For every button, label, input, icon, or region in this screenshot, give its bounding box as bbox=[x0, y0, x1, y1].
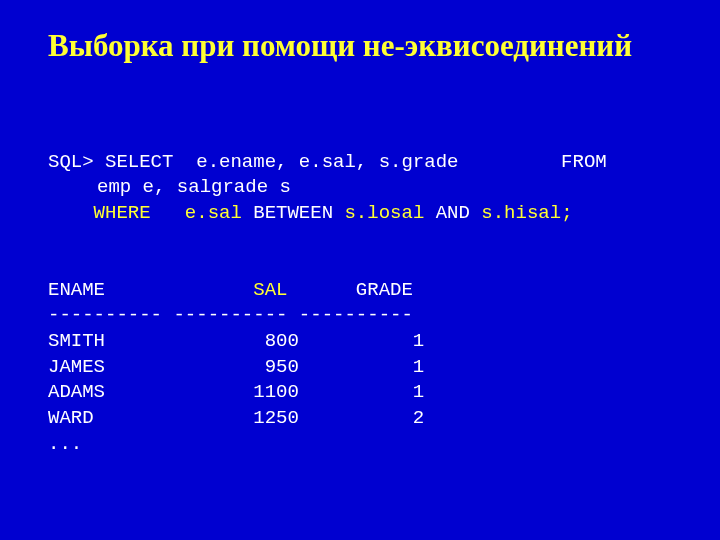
result-hdr-sal: SAL bbox=[253, 279, 287, 301]
sql-block: SQL> SELECT e.ename, e.sal, s.grade FROM… bbox=[48, 124, 672, 457]
result-hdr-ename: ENAME bbox=[48, 279, 253, 301]
slide-title: Выборка при помощи не-эквисоединений bbox=[48, 28, 672, 64]
result-row: WARD 1250 2 bbox=[48, 407, 424, 429]
result-hdr-grade: GRADE bbox=[287, 279, 412, 301]
result-row: ADAMS 1100 1 bbox=[48, 381, 424, 403]
sql-and-kw: AND bbox=[424, 202, 481, 224]
slide: Выборка при помощи не-эквисоединений SQL… bbox=[0, 0, 720, 540]
sql-between-kw: BETWEEN bbox=[242, 202, 345, 224]
result-row: JAMES 950 1 bbox=[48, 356, 424, 378]
sql-losal: s.losal bbox=[344, 202, 424, 224]
sql-line-3-indent bbox=[48, 202, 94, 224]
result-ellipsis: ... bbox=[48, 433, 82, 455]
sql-line-2: emp e, salgrade s bbox=[48, 176, 291, 198]
sql-where: WHERE e.sal bbox=[94, 202, 242, 224]
sql-hisal: s.hisal; bbox=[481, 202, 572, 224]
sql-line-1: SQL> SELECT e.ename, e.sal, s.grade FROM bbox=[48, 151, 607, 173]
result-divider: ---------- ---------- ---------- bbox=[48, 304, 413, 326]
result-row: SMITH 800 1 bbox=[48, 330, 424, 352]
